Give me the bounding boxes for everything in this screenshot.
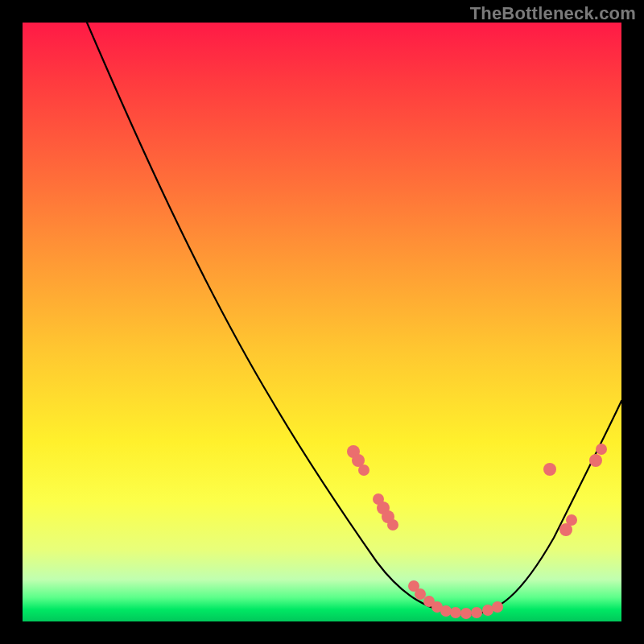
data-dot — [387, 519, 398, 530]
data-dot — [589, 454, 602, 467]
chart-svg — [23, 23, 621, 621]
data-dot — [543, 463, 556, 476]
bottleneck-curve — [87, 23, 621, 614]
data-dot — [415, 588, 426, 600]
data-dot — [440, 605, 452, 617]
data-dot — [358, 464, 369, 476]
data-dots — [347, 444, 607, 619]
data-dot — [566, 514, 577, 526]
chart-gradient-area — [23, 23, 621, 621]
data-dot — [471, 607, 482, 618]
data-dot — [460, 608, 472, 619]
data-dot — [492, 601, 503, 613]
data-dot — [596, 444, 607, 455]
data-dot — [450, 607, 461, 618]
watermark-text: TheBottleneck.com — [470, 3, 636, 24]
data-dot — [482, 605, 493, 616]
